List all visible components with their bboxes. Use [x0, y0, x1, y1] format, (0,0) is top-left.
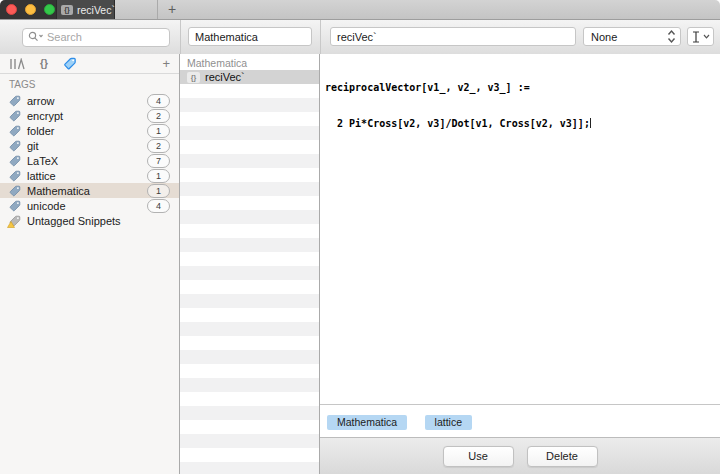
editor-pane: reciprocalVector[v1_, v2_, v3_] := 2 Pi*…: [320, 54, 720, 474]
tag-label: Mathematica: [27, 185, 90, 197]
tag-label: Untagged Snippets: [27, 215, 121, 227]
code-editor[interactable]: reciprocalVector[v1_, v2_, v3_] := 2 Pi*…: [325, 58, 716, 154]
tab-recivec[interactable]: {} reciVec`: [56, 0, 115, 19]
tag-icon: [9, 200, 21, 212]
tag-icon: [9, 185, 21, 197]
snippet-name-input[interactable]: [330, 27, 576, 46]
sidebar-item-latex[interactable]: LaTeX 7: [0, 153, 179, 168]
sidebar-item-git[interactable]: git 2: [0, 138, 179, 153]
tab-title: reciVec`: [77, 4, 115, 16]
snippet-tags-strip: Mathematica lattice: [320, 404, 720, 437]
tag-label: encrypt: [27, 110, 63, 122]
sidebar-item-unicode[interactable]: unicode 4: [0, 198, 179, 213]
stepper-chevrons-icon: [667, 29, 676, 44]
minimize-window-button[interactable]: [25, 4, 36, 15]
sidebar-item-mathematica[interactable]: Mathematica 1: [0, 183, 179, 198]
tag-label: lattice: [27, 170, 56, 182]
text-caret: [590, 118, 591, 128]
tag-count-badge: 1: [147, 169, 170, 183]
sidebar-item-encrypt[interactable]: encrypt 2: [0, 108, 179, 123]
text-size-button[interactable]: [687, 27, 714, 46]
tag-count-badge: 4: [147, 199, 170, 213]
snippet-filter-input[interactable]: [188, 27, 312, 46]
tag-count-badge: 7: [147, 154, 170, 168]
tag-label: git: [27, 140, 39, 152]
toolbar: None: [0, 20, 720, 55]
ibeam-cursor-icon: [692, 31, 700, 43]
untagged-warning-icon: [9, 215, 21, 227]
tag-count-badge: 2: [147, 109, 170, 123]
tag-count-badge: 1: [147, 184, 170, 198]
sidebar: {} + TAGS arrow 4 encrypt 2 folder 1 git: [0, 54, 180, 474]
tab-bar: {} reciVec` +: [0, 0, 720, 20]
tag-icon: [9, 110, 21, 122]
use-button[interactable]: Use: [443, 446, 514, 467]
code-line: reciprocalVector[v1_, v2_, v3_] :=: [325, 82, 716, 94]
syntax-mode-select[interactable]: None: [583, 27, 681, 46]
tag-icon: [9, 140, 21, 152]
tag-label: LaTeX: [27, 155, 58, 167]
app-window: {} reciVec` + None: [0, 0, 720, 474]
zoom-window-button[interactable]: [44, 4, 55, 15]
tags-icon[interactable]: [63, 57, 77, 70]
snippets-icon[interactable]: {}: [40, 58, 48, 69]
new-tab-button[interactable]: +: [161, 0, 183, 19]
tab-separator: [157, 0, 158, 19]
tag-icon: [9, 170, 21, 182]
tag-icon: [9, 95, 21, 107]
tag-count-badge: 1: [147, 124, 170, 138]
tag-count-badge: 2: [147, 139, 170, 153]
snippet-list: Mathematica {} reciVec`: [180, 54, 320, 474]
toolbar-divider: [180, 20, 181, 54]
snippet-title: reciVec`: [205, 71, 245, 83]
search-input[interactable]: [22, 28, 170, 47]
tag-icon: [9, 125, 21, 137]
tags-section-header: TAGS: [0, 74, 179, 93]
tag-label: unicode: [27, 200, 66, 212]
editor-footer-bar: Use Delete: [320, 437, 720, 474]
snippet-row-recivec[interactable]: {} reciVec`: [180, 70, 319, 84]
search-field-wrap: [22, 27, 170, 46]
tag-label: arrow: [27, 95, 55, 107]
snippet-braces-icon: {}: [61, 5, 73, 15]
tag-chip-lattice[interactable]: lattice: [425, 415, 472, 430]
chevron-down-icon: [703, 34, 710, 39]
tag-icon: [9, 155, 21, 167]
tag-count-badge: 4: [147, 94, 170, 108]
code-line: 2 Pi*Cross[v2, v3]/Dot[v1, Cross[v2, v3]…: [325, 118, 716, 130]
docsets-icon[interactable]: [9, 58, 25, 70]
tag-label: folder: [27, 125, 55, 137]
sidebar-item-untagged-snippets[interactable]: Untagged Snippets: [0, 213, 179, 228]
snippet-list-empty-rows: [180, 84, 319, 474]
syntax-mode-value: None: [591, 31, 667, 43]
search-icon: [28, 31, 44, 42]
sidebar-item-arrow[interactable]: arrow 4: [0, 93, 179, 108]
sidebar-mode-switcher: {} +: [0, 54, 179, 74]
toolbar-divider: [320, 20, 321, 54]
snippet-braces-icon: {}: [187, 72, 200, 83]
close-window-button[interactable]: [6, 4, 17, 15]
add-tag-button[interactable]: +: [162, 54, 170, 73]
sidebar-item-lattice[interactable]: lattice 1: [0, 168, 179, 183]
snippet-group-header: Mathematica: [180, 56, 319, 70]
sidebar-item-folder[interactable]: folder 1: [0, 123, 179, 138]
delete-button[interactable]: Delete: [527, 446, 598, 467]
tag-chip-mathematica[interactable]: Mathematica: [327, 415, 407, 430]
